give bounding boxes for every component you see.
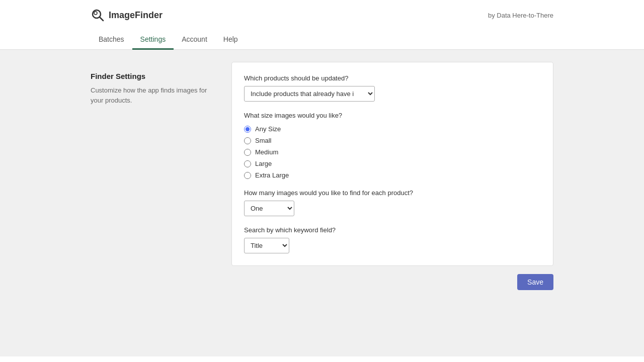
size-label-small: Small bbox=[255, 137, 272, 144]
logo: ImageFinder bbox=[91, 8, 163, 22]
size-radio-large[interactable] bbox=[244, 160, 251, 167]
size-radio-group: Any Size Small Medium Large Extra Large bbox=[244, 125, 541, 179]
size-radio-medium[interactable] bbox=[244, 149, 251, 156]
keyword-dropdown[interactable]: Title Description SKU Brand bbox=[244, 238, 289, 253]
size-option-any[interactable]: Any Size bbox=[244, 125, 541, 133]
header: ImageFinder by Data Here-to-There bbox=[0, 0, 644, 30]
panel-title: Finder Settings bbox=[91, 72, 221, 80]
size-label-large: Large bbox=[255, 160, 272, 167]
nav: Batches Settings Account Help bbox=[0, 30, 644, 50]
nav-item-batches[interactable]: Batches bbox=[91, 30, 132, 50]
nav-item-help[interactable]: Help bbox=[215, 30, 246, 50]
size-option-small[interactable]: Small bbox=[244, 137, 541, 144]
save-button[interactable]: Save bbox=[517, 274, 553, 290]
size-question-label: What size images would you like? bbox=[244, 112, 541, 119]
size-option-large[interactable]: Large bbox=[244, 160, 541, 167]
content-wrapper: Finder Settings Customize how the app fi… bbox=[91, 62, 553, 266]
products-dropdown[interactable]: Include products that already have image… bbox=[244, 86, 375, 102]
svg-line-1 bbox=[100, 17, 103, 21]
products-question-label: Which products should be updated? bbox=[244, 74, 541, 82]
keyword-question-label: Search by which keyword field? bbox=[244, 226, 541, 234]
size-radio-extra-large[interactable] bbox=[244, 172, 251, 179]
by-text: by Data Here-to-There bbox=[488, 12, 553, 19]
settings-card: Which products should be updated? Includ… bbox=[231, 62, 553, 266]
size-label-any: Any Size bbox=[255, 125, 281, 133]
images-dropdown[interactable]: One Two Three Four Five bbox=[244, 201, 294, 216]
nav-item-account[interactable]: Account bbox=[174, 30, 215, 50]
logo-icon bbox=[91, 8, 105, 22]
size-option-medium[interactable]: Medium bbox=[244, 148, 541, 156]
size-radio-any[interactable] bbox=[244, 126, 251, 133]
images-question-label: How many images would you like to find f… bbox=[244, 189, 541, 197]
logo-text: ImageFinder bbox=[109, 10, 163, 21]
nav-item-settings[interactable]: Settings bbox=[132, 30, 174, 50]
panel-description: Customize how the app finds images for y… bbox=[91, 85, 221, 105]
svg-point-2 bbox=[94, 12, 97, 15]
left-panel: Finder Settings Customize how the app fi… bbox=[91, 62, 231, 266]
size-radio-small[interactable] bbox=[244, 137, 251, 144]
size-option-extra-large[interactable]: Extra Large bbox=[244, 171, 541, 179]
size-label-extra-large: Extra Large bbox=[255, 171, 289, 179]
size-label-medium: Medium bbox=[255, 148, 278, 156]
main-content: Finder Settings Customize how the app fi… bbox=[0, 50, 644, 356]
